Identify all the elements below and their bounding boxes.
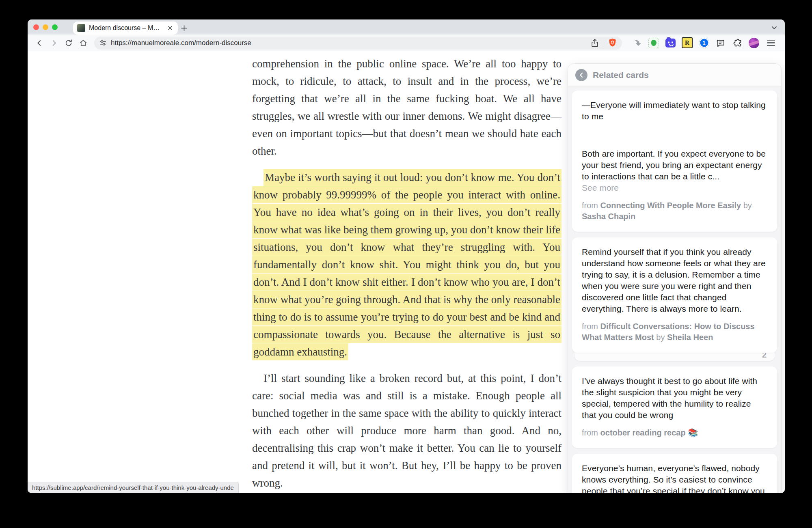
reload-button[interactable]	[63, 37, 75, 49]
later-arrow-extension-icon[interactable]	[632, 38, 642, 48]
card-author[interactable]: Sasha Chapin	[582, 212, 635, 221]
from-label: from	[582, 428, 598, 437]
card-quote: —Everyone will immediately want to stop …	[582, 99, 767, 122]
fullscreen-window-button[interactable]	[52, 24, 58, 30]
forward-button[interactable]	[48, 37, 60, 49]
article-paragraph: I’ll start sounding like a broken record…	[252, 370, 561, 492]
status-bar-link-preview: https://sublime.app/card/remind-yourself…	[28, 482, 239, 493]
card-source[interactable]: Connecting With People More Easily	[600, 201, 741, 210]
clipper-extension-icon[interactable]	[648, 38, 659, 48]
tab-title: Modern discourse – Manu	[89, 24, 163, 32]
browser-tab[interactable]: Modern discourse – Manu	[73, 22, 178, 34]
omnibox-divider	[603, 39, 603, 47]
by-label: by	[743, 201, 752, 210]
article-paragraph-highlighted: Maybe it’s worth saying it out loud: you…	[252, 169, 561, 361]
card-quote: Remind yourself that if you think you al…	[582, 246, 767, 315]
home-button[interactable]	[77, 37, 89, 49]
article-text: comprehension in the public online space…	[252, 55, 561, 493]
panel-back-button[interactable]	[575, 69, 587, 81]
highlighted-text: Maybe it’s worth saying it out loud: you…	[252, 169, 561, 360]
traffic-lights	[28, 24, 63, 30]
card-byline[interactable]: from Connecting With People More Easily …	[582, 200, 767, 222]
article-paragraph: comprehension in the public online space…	[252, 55, 561, 160]
folder-face-extension-icon[interactable]	[665, 38, 676, 48]
extensions-puzzle-icon[interactable]	[732, 38, 743, 48]
see-more-link[interactable]: See more	[582, 182, 767, 194]
menu-button[interactable]	[765, 38, 777, 48]
card-byline[interactable]: from Difficult Conversations: How to Dis…	[582, 321, 767, 343]
browser-toolbar: https://manuelmoreale.com/modern-discour…	[28, 34, 785, 51]
tab-strip: Modern discourse – Manu	[28, 19, 785, 34]
card-source[interactable]: october reading recap	[600, 428, 686, 437]
new-tab-button[interactable]	[179, 23, 189, 33]
panel-body: —Everyone will immediately want to stop …	[568, 87, 781, 493]
close-window-button[interactable]	[33, 24, 39, 30]
card-quote: Both are important. If you expect everyo…	[582, 148, 767, 182]
card-byline[interactable]: from october reading recap 📚	[582, 427, 767, 438]
books-emoji: 📚	[688, 428, 698, 437]
related-card[interactable]: Remind yourself that if you think you al…	[572, 237, 777, 353]
by-label: by	[656, 333, 665, 342]
url-text[interactable]: https://manuelmoreale.com/modern-discour…	[111, 39, 587, 47]
card-stack: Remind yourself that if you think you al…	[572, 237, 777, 361]
page-content: comprehension in the public online space…	[28, 51, 785, 493]
card-author[interactable]: Sheila Heen	[667, 333, 713, 342]
related-card[interactable]: I’ve always thought it best to go about …	[572, 366, 777, 448]
from-label: from	[582, 201, 598, 210]
address-bar[interactable]: https://manuelmoreale.com/modern-discour…	[94, 37, 622, 50]
from-label: from	[582, 322, 598, 331]
brave-shield-icon[interactable]	[607, 38, 617, 48]
panel-title: Related cards	[593, 70, 649, 80]
card-quote: Everyone’s human, everyone’s flawed, nob…	[582, 463, 767, 493]
related-cards-panel: Related cards —Everyone will immediately…	[568, 63, 782, 493]
panel-header: Related cards	[568, 64, 781, 87]
related-card[interactable]: Everyone’s human, everyone’s flawed, nob…	[572, 454, 777, 493]
onepassword-extension-icon[interactable]: 1	[699, 38, 709, 48]
tab-favicon	[77, 24, 85, 32]
readwise-extension-icon[interactable]: R	[682, 37, 693, 48]
card-quote-gap	[582, 122, 767, 148]
site-settings-icon[interactable]	[99, 39, 107, 47]
minimize-window-button[interactable]	[43, 24, 48, 30]
extensions-row: R 1	[628, 37, 779, 48]
card-quote: I’ve always thought it best to go about …	[582, 375, 767, 421]
share-icon[interactable]	[591, 39, 599, 47]
browser-window: Modern discourse – Manu	[28, 19, 785, 493]
chat-extension-icon[interactable]	[715, 38, 726, 48]
related-card[interactable]: —Everyone will immediately want to stop …	[572, 91, 777, 232]
tab-close-icon[interactable]	[166, 24, 174, 32]
back-button[interactable]	[33, 37, 45, 49]
profile-avatar[interactable]	[749, 38, 759, 48]
tab-search-chevron-icon[interactable]	[769, 23, 779, 32]
